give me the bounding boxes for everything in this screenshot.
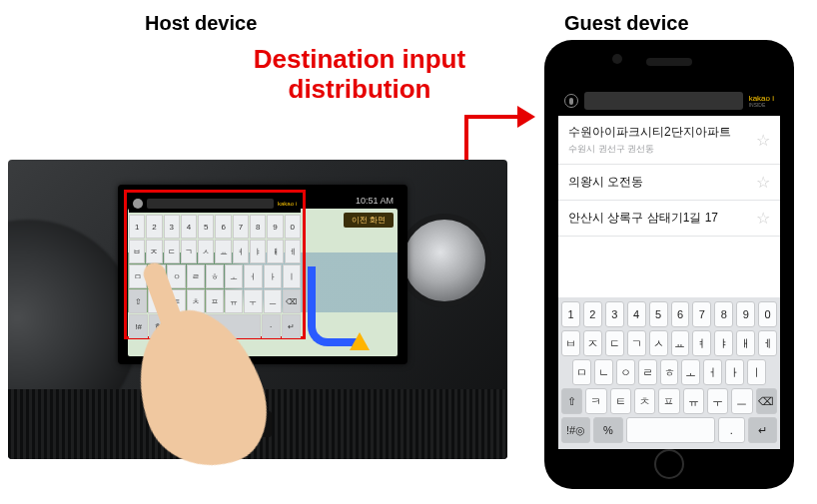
key-ㅜ[interactable]: ㅜ — [244, 289, 262, 313]
key-0[interactable]: 0 — [285, 215, 301, 239]
key-5[interactable]: 5 — [649, 301, 668, 327]
key-ㄹ[interactable]: ㄹ — [638, 359, 657, 385]
mic-icon[interactable] — [564, 94, 578, 108]
key-ㅍ[interactable]: ㅍ — [206, 289, 224, 313]
key-8[interactable]: 8 — [250, 215, 266, 239]
key-ㅈ[interactable]: ㅈ — [146, 240, 162, 263]
result-item[interactable]: 의왕시 오전동☆ — [558, 165, 780, 201]
key-ㅠ[interactable]: ㅠ — [225, 289, 243, 313]
key-ㅑ[interactable]: ㅑ — [250, 240, 266, 263]
key-ㅗ[interactable]: ㅗ — [681, 359, 700, 385]
key-ㅍ[interactable]: ㅍ — [658, 388, 679, 414]
key-ㅔ[interactable]: ㅔ — [285, 240, 301, 263]
key-ㅎ[interactable]: ㅎ — [660, 359, 679, 385]
key-ㅌ[interactable]: ㅌ — [610, 388, 631, 414]
key-ㅡ[interactable]: ㅡ — [264, 289, 282, 313]
key-9[interactable]: 9 — [267, 215, 283, 239]
key-ㅅ[interactable]: ㅅ — [649, 330, 668, 356]
symbols-key[interactable]: % — [593, 417, 622, 443]
backspace-key[interactable]: ⌫ — [756, 388, 777, 414]
key-!#[interactable]: !# — [129, 314, 148, 338]
host-search-bar[interactable]: kakao i — [129, 195, 301, 213]
search-input[interactable] — [147, 199, 274, 209]
key-·[interactable]: · — [262, 314, 281, 338]
key-3[interactable]: 3 — [164, 215, 180, 239]
enter-key[interactable]: ↵ — [282, 314, 301, 338]
diagram-title: Destination input distribution — [220, 45, 499, 105]
key-1[interactable]: 1 — [561, 301, 580, 327]
back-button[interactable]: 이전 화면 — [344, 213, 394, 228]
key-0[interactable]: 0 — [758, 301, 777, 327]
key-ㅣ[interactable]: ㅣ — [283, 264, 301, 288]
mic-icon[interactable] — [133, 199, 143, 209]
key-7[interactable]: 7 — [233, 215, 249, 239]
key-ㅇ[interactable]: ㅇ — [616, 359, 635, 385]
key-ㅑ[interactable]: ㅑ — [714, 330, 733, 356]
key-7[interactable]: 7 — [692, 301, 711, 327]
key-ㅂ[interactable]: ㅂ — [129, 240, 145, 263]
symbols-key[interactable]: !#◎ — [561, 417, 590, 443]
brand-label: kakao iINSIDE — [749, 95, 774, 108]
backspace-key[interactable]: ⌫ — [283, 289, 301, 313]
space-key[interactable] — [626, 417, 715, 443]
phone-frame: kakao iINSIDE 수원아이파크시티2단지아파트수원시 권선구 권선동☆… — [544, 40, 794, 489]
key-ㅏ[interactable]: ㅏ — [725, 359, 744, 385]
key-ㅊ[interactable]: ㅊ — [634, 388, 655, 414]
key-9[interactable]: 9 — [736, 301, 755, 327]
key-ㅅ[interactable]: ㅅ — [198, 240, 214, 263]
key-ㅂ[interactable]: ㅂ — [561, 330, 580, 356]
star-icon[interactable]: ☆ — [756, 209, 770, 228]
key-ㅏ[interactable]: ㅏ — [264, 264, 282, 288]
key-ㅗ[interactable]: ㅗ — [225, 264, 243, 288]
key-ㄹ[interactable]: ㄹ — [187, 264, 205, 288]
nav-cursor-icon — [350, 332, 370, 350]
key-2[interactable]: 2 — [583, 301, 602, 327]
key-2[interactable]: 2 — [146, 215, 162, 239]
key-4[interactable]: 4 — [181, 215, 197, 239]
key-8[interactable]: 8 — [714, 301, 733, 327]
key-6[interactable]: 6 — [215, 215, 231, 239]
result-item[interactable]: 안산시 상록구 삼태기1길 17☆ — [558, 201, 780, 237]
key-ㅔ[interactable]: ㅔ — [758, 330, 777, 356]
key-ㅜ[interactable]: ㅜ — [707, 388, 728, 414]
key-ㄱ[interactable]: ㄱ — [627, 330, 646, 356]
key-ㄴ[interactable]: ㄴ — [594, 359, 613, 385]
key-4[interactable]: 4 — [627, 301, 646, 327]
dashboard-knob — [404, 220, 485, 301]
shift-key[interactable]: ⇧ — [561, 388, 582, 414]
star-icon[interactable]: ☆ — [756, 173, 770, 192]
star-icon[interactable]: ☆ — [756, 131, 770, 150]
key-3[interactable]: 3 — [605, 301, 624, 327]
key-ㅁ[interactable]: ㅁ — [572, 359, 591, 385]
key-ㅛ[interactable]: ㅛ — [671, 330, 690, 356]
key-ㄱ[interactable]: ㄱ — [181, 240, 197, 263]
key-ㄷ[interactable]: ㄷ — [164, 240, 180, 263]
key-ㅎ[interactable]: ㅎ — [206, 264, 224, 288]
shift-key[interactable]: ⇧ — [129, 289, 147, 313]
key-ㅓ[interactable]: ㅓ — [244, 264, 262, 288]
key-ㅛ[interactable]: ㅛ — [215, 240, 231, 263]
key-ㅣ[interactable]: ㅣ — [747, 359, 766, 385]
key-ㅕ[interactable]: ㅕ — [233, 240, 249, 263]
search-input[interactable] — [584, 92, 743, 110]
connector-line — [464, 115, 519, 119]
key-ㅐ[interactable]: ㅐ — [267, 240, 283, 263]
key-ㅓ[interactable]: ㅓ — [703, 359, 722, 385]
key-1[interactable]: 1 — [129, 215, 145, 239]
host-device-label: Host device — [145, 12, 257, 35]
key-6[interactable]: 6 — [671, 301, 690, 327]
key-ㅈ[interactable]: ㅈ — [583, 330, 602, 356]
home-button[interactable] — [654, 449, 684, 479]
key-ㅠ[interactable]: ㅠ — [683, 388, 704, 414]
key-ㅋ[interactable]: ㅋ — [585, 388, 606, 414]
key-ㅕ[interactable]: ㅕ — [692, 330, 711, 356]
key-ㅡ[interactable]: ㅡ — [731, 388, 752, 414]
key-ㄷ[interactable]: ㄷ — [605, 330, 624, 356]
key-ㅐ[interactable]: ㅐ — [736, 330, 755, 356]
key-5[interactable]: 5 — [198, 215, 214, 239]
enter-key[interactable]: ↵ — [748, 417, 777, 443]
period-key[interactable]: . — [718, 417, 745, 443]
guest-keyboard[interactable]: 1234567890ㅂㅈㄷㄱㅅㅛㅕㅑㅐㅔㅁㄴㅇㄹㅎㅗㅓㅏㅣ⇧ㅋㅌㅊㅍㅠㅜㅡ⌫!#… — [558, 297, 780, 449]
guest-search-bar[interactable]: kakao iINSIDE — [558, 86, 780, 116]
result-item[interactable]: 수원아이파크시티2단지아파트수원시 권선구 권선동☆ — [558, 116, 780, 165]
